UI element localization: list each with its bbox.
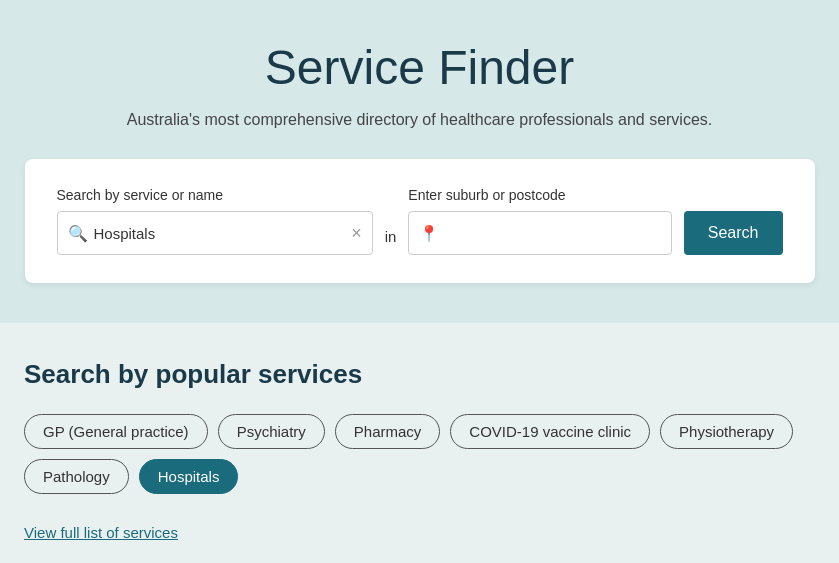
- location-label: Enter suburb or postcode: [408, 187, 671, 203]
- in-label: in: [385, 228, 397, 255]
- service-input[interactable]: [94, 225, 352, 242]
- location-input[interactable]: [445, 225, 660, 242]
- popular-service-tag[interactable]: GP (General practice): [24, 414, 208, 449]
- tags-row: GP (General practice)PsychiatryPharmacyC…: [24, 414, 815, 494]
- subtitle: Australia's most comprehensive directory…: [127, 111, 713, 129]
- location-icon: 📍: [419, 224, 439, 243]
- location-search-group: Enter suburb or postcode 📍: [408, 187, 671, 255]
- popular-title: Search by popular services: [24, 359, 815, 390]
- search-card: Search by service or name 🔍 × in Enter s…: [25, 159, 815, 283]
- popular-service-tag[interactable]: Physiotherapy: [660, 414, 793, 449]
- popular-service-tag[interactable]: Hospitals: [139, 459, 239, 494]
- service-label: Search by service or name: [57, 187, 373, 203]
- popular-section: Search by popular services GP (General p…: [0, 323, 839, 562]
- popular-service-tag[interactable]: Pharmacy: [335, 414, 441, 449]
- location-input-wrapper: 📍: [408, 211, 671, 255]
- search-button[interactable]: Search: [684, 211, 783, 255]
- popular-service-tag[interactable]: Psychiatry: [218, 414, 325, 449]
- popular-service-tag[interactable]: Pathology: [24, 459, 129, 494]
- hero-section: Service Finder Australia's most comprehe…: [0, 0, 839, 323]
- popular-service-tag[interactable]: COVID-19 vaccine clinic: [450, 414, 650, 449]
- view-full-link[interactable]: View full list of services: [24, 524, 178, 541]
- search-icon: 🔍: [68, 224, 88, 243]
- page-title: Service Finder: [265, 40, 574, 95]
- service-input-wrapper: 🔍 ×: [57, 211, 373, 255]
- service-search-group: Search by service or name 🔍 ×: [57, 187, 373, 255]
- clear-icon[interactable]: ×: [351, 224, 362, 242]
- search-row: Search by service or name 🔍 × in Enter s…: [57, 187, 783, 255]
